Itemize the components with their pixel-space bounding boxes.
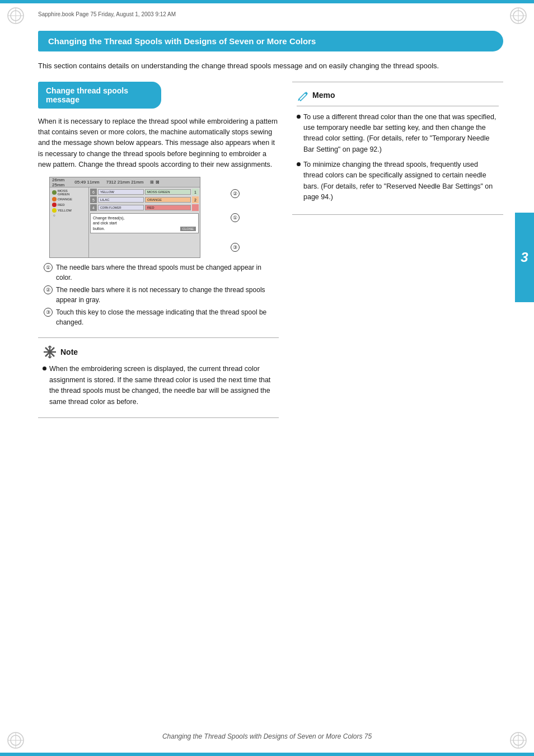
- section-title: Changing the Thread Spools with Designs …: [48, 36, 316, 46]
- callout-text-3: Touch this key to close the message indi…: [56, 307, 279, 327]
- callout-num-1: ①: [44, 263, 53, 272]
- callout-item-1: ① The needle bars where the thread spool…: [44, 262, 279, 283]
- left-column: Change thread spoolsmessage When it is n…: [38, 82, 279, 418]
- top-strip: [0, 0, 534, 3]
- needle-num-6: 6: [90, 189, 97, 195]
- color-yellow: [52, 208, 57, 213]
- memo-text-1: To use a different thread color than the…: [303, 112, 499, 156]
- screen-left-panel: MOSSGREEN ORANGE RED: [50, 187, 89, 257]
- color-row-1: MOSSGREEN: [51, 189, 87, 196]
- screen-icons: ⊞ ⊠: [150, 180, 159, 185]
- note-bullet: [43, 367, 46, 370]
- callout-2-pointer: ②: [231, 189, 240, 198]
- note-box: Note When the embroidering screen is dis…: [38, 337, 279, 418]
- right-column: Memo To use a different thread color tha…: [292, 82, 503, 215]
- corner-decoration-tl: [6, 6, 26, 26]
- screen-message-text: Change thread(s),and click startbutton.: [93, 215, 124, 231]
- memo-bullet-1: [297, 115, 301, 119]
- screen-mockup: 26mm25mm 05:49 11mm 7312 21mm 21mm ⊞ ⊠ M…: [49, 177, 200, 258]
- note-text-1: When the embroidering screen is displaye…: [49, 364, 274, 407]
- side-tab-number: 3: [521, 250, 528, 265]
- callout-item-2: ② The needle bars where it is not necess…: [44, 285, 279, 305]
- screen-needle-row-5: 5 LILAC ORANGE 2: [90, 196, 199, 203]
- intro-text: This section contains details on underst…: [38, 60, 503, 72]
- screen-top-bar: 26mm25mm 05:49 11mm 7312 21mm 21mm ⊞ ⊠: [50, 177, 200, 187]
- callout-circle-1: ①: [231, 213, 240, 222]
- callout-3-pointer: ③: [231, 243, 240, 252]
- callout-num-3: ③: [44, 308, 53, 317]
- note-content: When the embroidering screen is displaye…: [43, 364, 274, 407]
- callout-circle-2: ②: [231, 189, 240, 198]
- needle-label-lilac: LILAC: [98, 197, 144, 203]
- color-row-4: YELLOW: [51, 208, 87, 213]
- note-title-text: Note: [60, 348, 78, 356]
- page-meta: Sapphire.book Page 75 Friday, August 1, …: [38, 11, 176, 17]
- side-tab: 3: [515, 213, 534, 302]
- needle-num2-3: [192, 204, 199, 211]
- memo-title: Memo: [297, 89, 499, 101]
- screenshot-container: 26mm25mm 05:49 11mm 7312 21mm 21mm ⊞ ⊠ M…: [49, 177, 223, 258]
- body-text: When it is necessary to replace the thre…: [38, 116, 279, 171]
- screen-right-panel: 6 YELLOW MOSS GREEN 1 5 LILAC ORANGE 2: [89, 187, 200, 257]
- color-moss-green: [52, 190, 57, 195]
- callout-text-2: The needle bars where it is not necessar…: [56, 285, 279, 305]
- screen-top-left: 26mm25mm: [52, 177, 64, 187]
- bottom-strip: [0, 753, 534, 756]
- main-content: Changing the Thread Spools with Designs …: [38, 31, 503, 418]
- needle-label-orange: ORANGE: [145, 197, 191, 203]
- screen-needle-row-4: 4 CORN FLOWER RED: [90, 204, 199, 211]
- color-red: [52, 203, 57, 207]
- sub-header: Change thread spoolsmessage: [38, 82, 161, 109]
- color-orange: [52, 197, 57, 201]
- needle-label-moss: MOSS GREEN: [145, 189, 191, 195]
- needle-label-yellow: YELLOW: [98, 189, 144, 195]
- screen-top-right: 7312 21mm 21mm: [106, 180, 144, 185]
- memo-item-2: To minimize changing the thread spools, …: [297, 159, 499, 203]
- memo-item-1: To use a different thread color than the…: [297, 112, 499, 156]
- screen-needle-row-6: 6 YELLOW MOSS GREEN 1: [90, 189, 199, 195]
- color-row-5: ○: [51, 213, 87, 218]
- page-footer: Changing the Thread Spools with Designs …: [0, 732, 534, 740]
- callout-num-2: ②: [44, 285, 53, 294]
- svg-line-24: [298, 99, 299, 101]
- needle-num2-2: 2: [192, 196, 199, 203]
- memo-icon: [297, 89, 309, 101]
- callout-text-1: The needle bars where the thread spools …: [56, 262, 279, 283]
- close-button[interactable]: CLOSE: [180, 227, 196, 231]
- note-item-1: When the embroidering screen is displaye…: [43, 364, 274, 407]
- memo-bullet-2: [297, 162, 301, 166]
- needle-label-red: RED: [145, 205, 191, 210]
- memo-title-text: Memo: [312, 91, 335, 100]
- screen-top-mid: 05:49 11mm: [74, 180, 99, 185]
- callout-circle-3: ③: [231, 243, 240, 252]
- memo-list: To use a different thread color than the…: [297, 112, 499, 203]
- color-row-3: RED: [51, 202, 87, 208]
- callout-item-3: ③ Touch this key to close the message in…: [44, 307, 279, 327]
- memo-divider: [297, 106, 499, 106]
- sub-header-text: Change thread spoolsmessage: [46, 86, 128, 104]
- section-header: Changing the Thread Spools with Designs …: [38, 31, 503, 51]
- screen-message-box: Change thread(s),and click startbutton. …: [90, 213, 199, 233]
- callout-1-pointer: ①: [231, 213, 240, 222]
- screen-body: MOSSGREEN ORANGE RED: [50, 187, 200, 257]
- needle-num-4: 4: [90, 204, 97, 211]
- note-title: Note: [43, 345, 274, 359]
- two-column-layout: Change thread spoolsmessage When it is n…: [38, 82, 503, 418]
- needle-num-5: 5: [90, 196, 97, 203]
- note-icon: [43, 345, 57, 359]
- needle-label-cornflower: CORN FLOWER: [98, 205, 144, 210]
- needle-num2-1: 1: [192, 189, 199, 195]
- memo-text-2: To minimize changing the thread spools, …: [303, 159, 499, 203]
- memo-box: Memo To use a different thread color tha…: [292, 82, 503, 215]
- callout-list: ① The needle bars where the thread spool…: [44, 262, 279, 327]
- color-row-2: ORANGE: [51, 196, 87, 202]
- corner-decoration-tr: [508, 6, 528, 26]
